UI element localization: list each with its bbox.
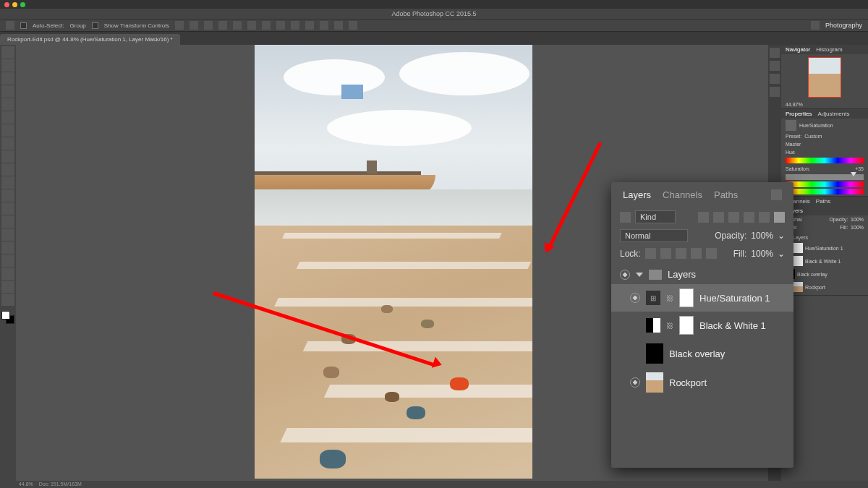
distribute-icon[interactable] (262, 21, 271, 30)
tab-channels[interactable]: Channels (663, 189, 702, 200)
status-doc[interactable]: Doc: 151.5M/163M (39, 481, 82, 487)
panel-menu-icon[interactable] (771, 189, 782, 200)
layer-row[interactable]: Rockport (611, 368, 793, 397)
document-canvas[interactable] (255, 45, 532, 479)
info-panel-icon[interactable] (770, 87, 780, 97)
link-icon[interactable]: ⛓ (666, 322, 673, 330)
hand-tool-icon[interactable] (1, 281, 14, 293)
brush-tool-icon[interactable] (1, 137, 14, 150)
tab-properties[interactable]: Properties (786, 111, 812, 117)
dodge-tool-icon[interactable] (1, 215, 14, 228)
distribute-icon[interactable] (276, 21, 285, 30)
layer-group-row[interactable]: Layers (784, 233, 865, 241)
quick-select-tool-icon[interactable] (1, 85, 14, 98)
layer-thumb-icon[interactable] (646, 343, 663, 364)
lock-pixels-icon[interactable] (660, 248, 671, 259)
marquee-tool-icon[interactable] (1, 59, 14, 72)
maximize-icon[interactable] (20, 2, 25, 7)
saturation-slider[interactable] (786, 174, 864, 180)
tab-layers[interactable]: Layers (623, 189, 651, 200)
lasso-tool-icon[interactable] (1, 72, 14, 85)
filter-shape-icon[interactable] (744, 212, 754, 223)
filter-smart-icon[interactable] (759, 212, 770, 223)
3d-mode-icon[interactable] (349, 21, 357, 30)
filter-type-icon[interactable] (620, 212, 631, 223)
filter-kind-select[interactable]: Kind (635, 210, 676, 223)
distribute-icon[interactable] (320, 21, 328, 30)
lock-position-icon[interactable] (676, 248, 686, 259)
history-brush-tool-icon[interactable] (1, 163, 14, 176)
visibility-icon[interactable] (620, 270, 630, 280)
tab-paths[interactable]: Paths (714, 189, 738, 200)
align-icon[interactable] (233, 21, 242, 30)
navigator-thumbnail[interactable] (808, 57, 841, 98)
visibility-icon[interactable] (630, 377, 640, 388)
layer-mask-icon[interactable] (679, 316, 694, 335)
layer-row[interactable]: Hue/Saturation 1 (784, 241, 865, 254)
auto-select-checkbox[interactable] (20, 22, 27, 29)
align-icon[interactable] (204, 21, 213, 30)
filter-type-layer-icon[interactable] (728, 212, 739, 223)
opacity-value[interactable]: 100% (851, 217, 864, 222)
search-icon[interactable] (811, 21, 820, 30)
opacity-value[interactable]: 100% (751, 231, 773, 241)
fill-value[interactable]: 100% (751, 249, 773, 259)
saturation-value[interactable]: +35 (855, 166, 864, 171)
distribute-icon[interactable] (291, 21, 299, 30)
blur-tool-icon[interactable] (1, 202, 14, 215)
chevron-down-icon[interactable]: ⌄ (778, 231, 785, 241)
close-icon[interactable] (4, 2, 9, 7)
pen-tool-icon[interactable] (1, 228, 14, 241)
fill-value[interactable]: 100% (851, 225, 864, 230)
chevron-down-icon[interactable] (636, 273, 643, 277)
lock-transparency-icon[interactable] (645, 248, 656, 259)
color-swatches[interactable] (1, 311, 14, 324)
channel-value[interactable]: Master (786, 142, 801, 147)
shape-tool-icon[interactable] (1, 267, 14, 280)
layer-row[interactable]: Black overlay (784, 267, 865, 281)
layer-mask-icon[interactable] (679, 288, 694, 307)
filter-pixel-icon[interactable] (698, 212, 709, 223)
layer-mask-icon[interactable] (793, 243, 803, 253)
chevron-down-icon[interactable]: ⌄ (778, 249, 785, 259)
blend-mode-select[interactable]: Normal (620, 229, 688, 242)
distribute-icon[interactable] (334, 21, 343, 30)
layer-group-row[interactable]: Layers (611, 265, 793, 284)
align-icon[interactable] (247, 21, 256, 30)
zoom-tool-icon[interactable] (1, 294, 14, 306)
document-tab[interactable]: Rockport-Edit.psd @ 44.8% (Hue/Saturatio… (0, 34, 180, 45)
layer-thumb-icon[interactable] (793, 282, 803, 292)
crop-tool-icon[interactable] (1, 98, 14, 111)
hue-slider[interactable] (786, 158, 864, 163)
minimize-icon[interactable] (12, 2, 17, 7)
tab-paths[interactable]: Paths (816, 198, 830, 205)
distribute-icon[interactable] (305, 21, 314, 30)
spot-heal-tool-icon[interactable] (1, 124, 14, 137)
layer-row[interactable]: Black & White 1 (784, 254, 865, 267)
eyedropper-tool-icon[interactable] (1, 111, 14, 124)
workspace-switcher[interactable]: Photography (825, 22, 862, 29)
gradient-tool-icon[interactable] (1, 189, 14, 202)
lock-artboard-icon[interactable] (691, 248, 702, 259)
visibility-icon[interactable] (630, 293, 640, 303)
layer-mask-icon[interactable] (793, 256, 803, 266)
auto-select-mode[interactable]: Group (70, 22, 86, 29)
adjustment-thumb-icon[interactable] (646, 318, 660, 333)
navigator-zoom[interactable]: 44.87% (786, 102, 803, 107)
tab-navigator[interactable]: Navigator (786, 46, 810, 53)
layer-row[interactable]: Black overlay (611, 339, 793, 368)
eraser-tool-icon[interactable] (1, 176, 14, 189)
type-tool-icon[interactable] (1, 241, 14, 254)
link-icon[interactable]: ⛓ (666, 294, 673, 302)
layer-row[interactable]: Rockport (784, 281, 865, 294)
filter-adjust-icon[interactable] (713, 212, 724, 223)
align-icon[interactable] (175, 21, 184, 30)
clone-stamp-tool-icon[interactable] (1, 150, 14, 163)
show-transform-checkbox[interactable] (92, 22, 98, 29)
layer-row[interactable]: ⊞ ⛓ Hue/Saturation 1 (611, 284, 793, 312)
layer-row[interactable]: ⛓ Black & White 1 (611, 312, 793, 339)
history-panel-icon[interactable] (770, 48, 780, 58)
tab-adjustments[interactable]: Adjustments (817, 111, 849, 117)
filter-toggle-icon[interactable] (774, 212, 785, 223)
align-icon[interactable] (218, 21, 227, 30)
